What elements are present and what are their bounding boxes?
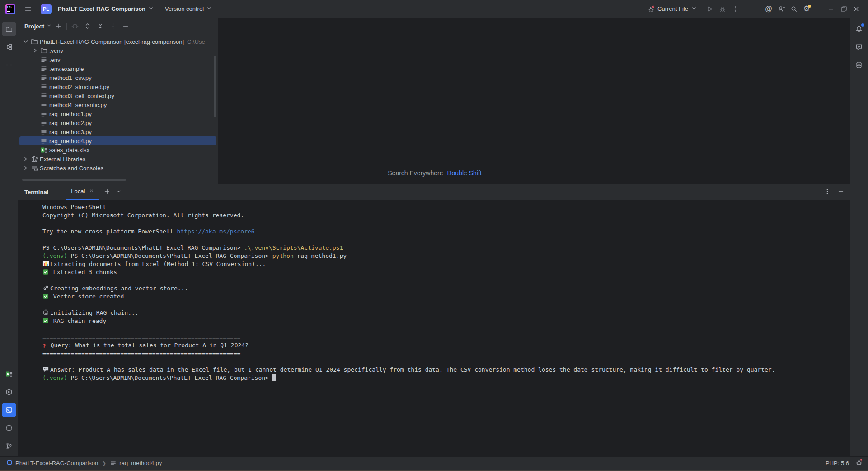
chevron-right-icon[interactable] <box>31 47 39 54</box>
terminal-tool-icon[interactable] <box>2 403 16 417</box>
terminal-line: Vector store created <box>42 293 850 301</box>
search-everywhere-hint: Search Everywhere Double Shift <box>388 169 481 177</box>
phpstorm-logo-icon: PS <box>5 4 15 14</box>
terminal-text: .\.venv\Scripts\Activate.ps1 <box>244 244 343 251</box>
terminal-line: (.venv) PS C:\Users\ADMIN\Documents\Phat… <box>42 374 850 382</box>
hide-icon[interactable] <box>119 20 132 33</box>
collapse-all-icon[interactable] <box>94 20 107 33</box>
library-icon <box>30 155 39 163</box>
bell-icon[interactable] <box>852 22 866 36</box>
tree-item[interactable]: sales_data.xlsx <box>19 145 216 154</box>
tree-item[interactable]: method3_cell_context.py <box>19 91 216 100</box>
bug-x-icon[interactable] <box>645 3 657 15</box>
tree-item-path: C:\Use <box>187 38 205 45</box>
folder-icon <box>39 47 48 54</box>
more-h-icon[interactable] <box>2 58 16 72</box>
terminal-more-icon[interactable] <box>824 188 831 196</box>
terminal-text: Extracted 3 chunks <box>50 269 117 275</box>
terminal-link[interactable]: https://aka.ms/pscore6 <box>177 228 254 235</box>
more-v-icon[interactable] <box>729 3 741 15</box>
terminal-title: Terminal <box>24 189 48 196</box>
project-square-icon <box>6 459 13 467</box>
project-view-select[interactable]: Project <box>24 23 52 30</box>
breadcrumb-chevron-icon: ❯ <box>101 460 107 466</box>
editor-area[interactable]: Search Everywhere Double Shift <box>218 18 850 184</box>
terminal-line: PS C:\Users\ADMIN\Documents\PhatLT-Excel… <box>42 244 850 252</box>
tree-item[interactable]: .venv <box>19 46 216 55</box>
terminal-line: RAG chain ready <box>42 317 850 325</box>
run-configuration-select[interactable]: Current File <box>657 5 697 13</box>
expand-all-icon[interactable] <box>81 20 94 33</box>
gear-icon[interactable]: ⚙ <box>800 3 813 15</box>
php-version-widget[interactable]: PHP: 5.6 <box>826 460 849 466</box>
project-tool-window: Project PhatLT-Excel-RAG-Comparison [exc… <box>18 18 218 184</box>
tree-item[interactable]: External Libraries <box>19 154 216 163</box>
folder-tool-icon[interactable] <box>2 22 16 36</box>
terminal-text: (.venv) <box>42 252 67 259</box>
tree-item[interactable]: Scratches and Consoles <box>19 163 216 173</box>
tree-item[interactable]: method2_structured.py <box>19 82 216 91</box>
win-restore-icon[interactable] <box>837 3 850 15</box>
file-icon <box>110 459 117 467</box>
tree-item[interactable]: rag_method2.py <box>19 118 216 127</box>
terminal-tab-options-chevron[interactable] <box>115 188 122 196</box>
tree-item[interactable]: PhatLT-Excel-RAG-Comparison [excel-rag-c… <box>19 37 216 46</box>
terminal-output[interactable]: Windows PowerShellCopyright (C) Microsof… <box>18 200 850 382</box>
ai-chat-icon[interactable] <box>852 40 866 54</box>
tree-item[interactable]: rag_method4.py <box>19 136 216 145</box>
terminal-text: Query: What is the total sales for Produ… <box>47 342 249 349</box>
more-v-icon[interactable] <box>107 20 119 33</box>
project-tree: PhatLT-Excel-RAG-Comparison [excel-rag-c… <box>18 34 218 173</box>
tree-item[interactable]: .env.example <box>19 64 216 73</box>
chevron-down-icon <box>46 23 52 30</box>
chevron-right-icon[interactable] <box>21 155 30 163</box>
locate-icon[interactable] <box>69 20 81 33</box>
close-icon[interactable] <box>89 188 94 195</box>
left-tool-strip <box>0 18 18 456</box>
breadcrumb-project[interactable]: PhatLT-Excel-RAG-Comparison <box>15 460 98 466</box>
file-icon <box>39 119 48 126</box>
tree-item-label: rag_method2.py <box>49 120 92 126</box>
tree-item[interactable]: .env <box>19 55 216 64</box>
search-icon[interactable] <box>788 3 800 15</box>
terminal-tab-local[interactable]: Local <box>66 184 99 200</box>
xdebug-bug-icon[interactable] <box>855 459 863 467</box>
project-widget[interactable]: PhatLT-Excel-RAG-Comparison <box>58 5 154 13</box>
hide-panel-icon[interactable] <box>837 188 845 196</box>
problems-icon[interactable] <box>2 421 16 435</box>
win-close-icon[interactable] <box>850 3 863 15</box>
tree-item-label: sales_data.xlsx <box>49 147 89 154</box>
terminal-line <box>42 358 850 366</box>
structure-icon[interactable] <box>2 40 16 54</box>
tree-item[interactable]: method1_csv.py <box>19 73 216 82</box>
horizontal-scrollbar[interactable] <box>22 179 126 181</box>
ai-mention-icon[interactable]: @ <box>762 3 775 15</box>
tree-item-label: rag_method1.py <box>49 111 92 117</box>
plus-icon[interactable] <box>52 20 65 33</box>
tree-item[interactable]: rag_method3.py <box>19 127 216 136</box>
excel-tool-icon[interactable] <box>2 367 16 381</box>
file-icon <box>39 65 48 72</box>
services-icon[interactable] <box>2 385 16 399</box>
tree-item[interactable]: method4_semantic.py <box>19 100 216 109</box>
tree-item[interactable]: rag_method1.py <box>19 109 216 118</box>
vertical-scrollbar[interactable] <box>214 56 216 117</box>
new-terminal-tab-button[interactable] <box>103 188 111 196</box>
bug-icon[interactable] <box>716 3 729 15</box>
chevron-right-icon[interactable] <box>21 164 30 172</box>
project-avatar[interactable]: PL <box>41 4 52 14</box>
user-plus-icon[interactable] <box>775 3 788 15</box>
breadcrumb-file[interactable]: rag_method4.py <box>119 460 162 466</box>
terminal-line: Initializing RAG chain... <box>42 309 850 317</box>
win-min-icon[interactable] <box>825 3 837 15</box>
git-icon[interactable] <box>2 439 16 453</box>
hamburger-icon[interactable] <box>22 3 34 15</box>
database-icon[interactable] <box>852 58 866 72</box>
terminal-line <box>42 219 850 228</box>
vcs-widget[interactable]: Version control <box>165 5 212 13</box>
right-tool-strip <box>850 18 868 456</box>
terminal-line: (.venv) PS C:\Users\ADMIN\Documents\Phat… <box>42 252 850 260</box>
chevron-down-icon[interactable] <box>21 38 30 45</box>
terminal-header: Terminal Local <box>18 184 850 200</box>
play-icon[interactable] <box>704 3 716 15</box>
